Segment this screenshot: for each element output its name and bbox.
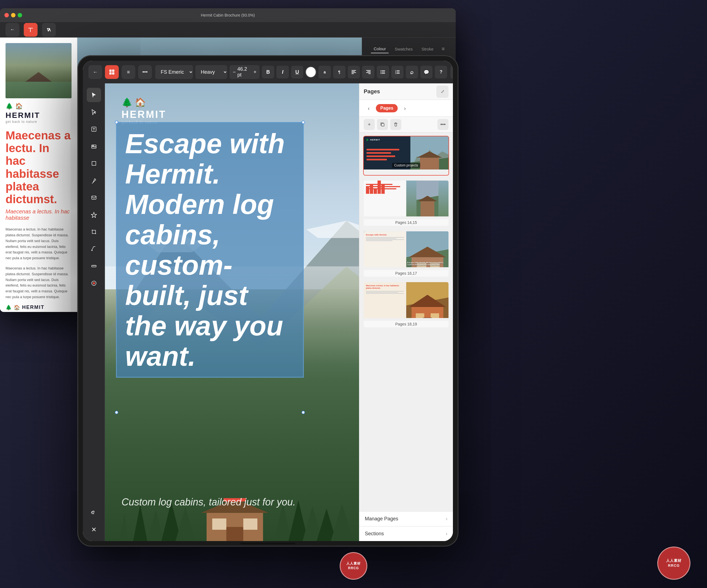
pages-nav-prev[interactable]: ‹ <box>364 103 374 113</box>
maximize-button[interactable] <box>18 13 22 18</box>
image-tool[interactable] <box>87 139 101 153</box>
ipad-more-btn[interactable]: ••• <box>138 65 152 79</box>
sidebar-body-1: Maecenas a lectus. In hac habitasse plat… <box>5 227 71 261</box>
thumb-19-cabin <box>406 282 449 318</box>
svg-rect-13 <box>382 70 385 71</box>
svg-marker-48 <box>331 504 354 541</box>
page-thumb-18-19[interactable]: Maecenas a lectus. In hac habitasse plat… <box>363 282 449 328</box>
svg-rect-3 <box>112 72 114 74</box>
help-btn[interactable]: ? <box>435 66 447 78</box>
bold-btn[interactable]: B <box>262 66 274 78</box>
pages-panel-expand[interactable]: ⤢ <box>436 85 448 98</box>
close-button[interactable] <box>4 13 9 18</box>
thumb-16-17-label: Pages 16,17 <box>364 270 448 277</box>
cursor-tool[interactable] <box>87 88 101 102</box>
ipad-hamburger-btn[interactable]: ≡ <box>122 65 135 79</box>
crop-tool[interactable] <box>87 225 101 239</box>
svg-rect-59 <box>420 158 439 170</box>
svg-rect-10 <box>366 72 371 73</box>
ipad-grid-view-btn[interactable] <box>450 65 453 79</box>
font-variant-btn[interactable]: ¶ <box>333 66 345 78</box>
watermark-center: 人人素材RRCG <box>340 552 367 580</box>
thumb-16-left: Escape with Hermit. <box>364 231 406 267</box>
paint-tool[interactable] <box>87 242 101 256</box>
arrow-tool[interactable] <box>87 105 101 119</box>
svg-rect-19 <box>397 70 400 71</box>
font-size-decrease[interactable]: − <box>233 69 236 75</box>
colour-panel-menu[interactable]: ≡ <box>439 45 447 53</box>
selection-handle-br[interactable] <box>302 411 305 414</box>
shape-tool[interactable] <box>87 156 101 171</box>
font-weight-selector[interactable]: Heavy Bold Regular <box>195 65 227 79</box>
colour-tab-colour[interactable]: Colour <box>371 45 389 53</box>
desktop-tool-back[interactable]: ← <box>5 23 19 37</box>
font-size-increase[interactable]: + <box>254 69 257 75</box>
colour-tab-stroke[interactable]: Stroke <box>419 45 436 53</box>
svg-marker-39 <box>119 513 128 541</box>
house-icon-bottom: 🏠 <box>14 305 20 311</box>
pages-tab-pages[interactable]: Pages <box>376 104 398 112</box>
canvas-area[interactable]: 🌲 🏠 HERMIT get back to nature Escape wit… <box>105 83 359 541</box>
text-color-picker[interactable] <box>305 67 316 77</box>
ipad-back-btn[interactable]: ← <box>88 65 102 79</box>
close-tool[interactable] <box>87 522 101 537</box>
star-tool[interactable] <box>87 208 101 222</box>
font-family-selector[interactable]: FS Emeric <box>155 65 193 79</box>
align-right-btn[interactable] <box>362 66 374 78</box>
mail-tool[interactable] <box>87 191 101 205</box>
thumb-cp-logo: 🌲HERMIT <box>366 139 408 141</box>
minimize-button[interactable] <box>11 13 15 18</box>
font-size-value[interactable]: 46.2 pt <box>237 66 252 78</box>
hand-tool[interactable] <box>87 505 101 520</box>
svg-rect-0 <box>109 70 111 72</box>
record-btn[interactable] <box>87 276 101 290</box>
sidebar-body-2: Maecenas a lectus. In hac habitasse plat… <box>5 266 71 300</box>
desktop-window-title: Hermit Cabin Brochure (93.0%) <box>201 13 255 18</box>
selection-handle-tl[interactable] <box>115 120 118 124</box>
pages-nav-next[interactable]: › <box>400 103 410 113</box>
page-thumb-14-15[interactable]: Pages 14,15 <box>363 180 449 227</box>
thumb-bar-3 <box>367 155 395 157</box>
selection-handle-bl[interactable] <box>115 411 118 414</box>
hero-subtext: Custom log cabins, tailored just for you… <box>122 496 342 508</box>
sections-button[interactable]: Sections › <box>359 526 453 541</box>
svg-rect-7 <box>351 73 354 74</box>
italic-btn[interactable]: I <box>276 66 289 78</box>
svg-point-12 <box>380 70 381 71</box>
measure-tool[interactable] <box>87 259 101 273</box>
numbered-list-btn[interactable]: 1.2.3. <box>391 66 404 78</box>
strikethrough-btn[interactable]: a <box>318 66 331 78</box>
colour-tab-swatches[interactable]: Swatches <box>392 45 415 53</box>
watermark-br-circle: 人人素材RRCG <box>657 547 691 580</box>
manage-pages-button[interactable]: Manage Pages › <box>359 511 453 526</box>
desktop-tool-format[interactable] <box>42 23 56 37</box>
hero-text-block[interactable]: Escape with Hermit.Modern log cabins,cus… <box>116 122 304 378</box>
ipad-grid-btn[interactable] <box>105 65 119 79</box>
thumb-14-15-bg <box>364 180 448 216</box>
add-page-btn[interactable]: + <box>364 119 375 130</box>
pages-tabs: ‹ Pages › <box>359 100 453 117</box>
page-thumb-custom-projects[interactable]: 🌲HERMIT <box>363 136 449 176</box>
thumb-16-line-1 <box>366 237 404 238</box>
thumb-16-17-bg: Escape with Hermit. <box>364 231 448 267</box>
desktop-tool-text[interactable] <box>24 23 38 37</box>
pages-actions: + ••• <box>359 117 453 133</box>
align-left-btn[interactable] <box>348 66 360 78</box>
delete-page-btn[interactable] <box>390 119 401 130</box>
thumb-bar-4 <box>367 159 387 161</box>
manage-pages-label: Manage Pages <box>365 516 398 522</box>
svg-rect-31 <box>92 196 96 199</box>
thumb-17-right: Escape with Hermit. Modern log cabins, c… <box>406 231 449 267</box>
text-tool[interactable] <box>87 122 101 136</box>
pen-tool[interactable] <box>87 173 101 188</box>
comment-btn[interactable]: 💬 <box>420 66 433 78</box>
selection-handle-tr[interactable] <box>302 120 305 124</box>
page-thumb-16-17[interactable]: Escape with Hermit. <box>363 231 449 277</box>
svg-rect-76 <box>431 313 439 318</box>
bullet-list-btn[interactable] <box>377 66 389 78</box>
more-page-options[interactable]: ••• <box>437 119 448 130</box>
underline-btn[interactable]: U <box>291 66 304 78</box>
ipad-toolbar-left: ← ≡ ••• <box>88 65 152 79</box>
copy-page-btn[interactable] <box>377 119 388 130</box>
search-text-btn[interactable]: ⌕ <box>406 66 418 78</box>
